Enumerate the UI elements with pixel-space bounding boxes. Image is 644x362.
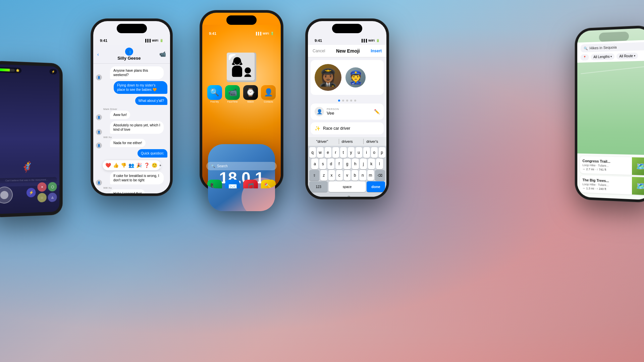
app-findmy[interactable]: 🔍 Find My bbox=[207, 85, 222, 103]
key-l[interactable]: l bbox=[376, 159, 383, 169]
key-p[interactable]: p bbox=[379, 147, 385, 158]
edit-person-button[interactable]: ✏️ bbox=[374, 109, 380, 115]
autocomplete-1[interactable]: "driver" bbox=[314, 139, 331, 144]
reaction-thumbs-down[interactable]: 👎 bbox=[121, 163, 126, 168]
mic-icon[interactable]: 🎤 bbox=[344, 195, 351, 197]
key-done[interactable]: done bbox=[367, 181, 385, 192]
key-space[interactable]: space bbox=[329, 181, 366, 192]
cancel-button[interactable]: Cancel bbox=[313, 49, 325, 53]
filter-location[interactable]: 📍 bbox=[581, 54, 589, 60]
emoji-main-avatar[interactable]: 👩🏾‍✈️ bbox=[315, 64, 341, 91]
app-mail[interactable]: ✉️ bbox=[225, 180, 240, 188]
search-icon-maps: 🔍 bbox=[584, 46, 588, 50]
app-phone[interactable]: 📞 bbox=[207, 180, 222, 188]
reaction-party[interactable]: 🎉 bbox=[136, 163, 142, 168]
maps-search-bar[interactable]: 🔍 Hikes in Sequoia bbox=[581, 42, 644, 52]
reaction-group[interactable]: 👥 bbox=[128, 163, 134, 168]
key-w[interactable]: w bbox=[317, 147, 324, 158]
autocomplete-3[interactable]: driver's bbox=[363, 139, 381, 144]
key-c[interactable]: c bbox=[336, 170, 343, 181]
app-facetime[interactable]: 📹 FaceTime bbox=[225, 85, 240, 103]
app-grid-row2: 📞 ✉️ 🎵 ✏️ bbox=[202, 180, 281, 188]
key-a[interactable]: a bbox=[311, 159, 318, 169]
reaction-more[interactable]: + bbox=[159, 162, 161, 169]
reaction-heart[interactable]: ❤️ bbox=[105, 163, 111, 168]
key-j[interactable]: j bbox=[360, 159, 367, 169]
trail-item-2[interactable]: The Big Trees... Loop Hike · Tulare... ↔… bbox=[580, 175, 644, 195]
spotlight-search[interactable]: 🔍 Search bbox=[206, 162, 277, 170]
game-btn-x[interactable]: ✕ bbox=[38, 182, 47, 192]
emoji-text-input[interactable]: Race car driver bbox=[323, 126, 380, 131]
dot-4[interactable] bbox=[350, 100, 352, 102]
reaction-thumbs-up[interactable]: 👍 bbox=[113, 163, 119, 168]
watch-icon: ⌚ bbox=[243, 85, 258, 100]
trail-item-1[interactable]: Congress Trail... Loop Hike · Tulare... … bbox=[580, 156, 644, 176]
emoji-input-container[interactable]: ✨ Race car driver bbox=[311, 122, 384, 134]
message-row-9: 👤 Haha I second that bbox=[96, 189, 167, 193]
key-s[interactable]: s bbox=[319, 159, 326, 169]
key-e[interactable]: e bbox=[325, 147, 331, 158]
app-contacts[interactable]: 👤 Contacts bbox=[261, 85, 276, 103]
status-icons-emoji: ▐▐▐ WiFi 🔋 bbox=[361, 39, 380, 42]
message-row-4: 👤 Aww fun! bbox=[96, 111, 167, 120]
key-r[interactable]: r bbox=[332, 147, 339, 158]
game-btn-y[interactable]: ◯ bbox=[48, 182, 57, 191]
key-o[interactable]: o bbox=[371, 147, 378, 158]
reaction-smile[interactable]: 🙂 bbox=[152, 163, 157, 168]
key-h[interactable]: h bbox=[352, 159, 359, 169]
key-v[interactable]: v bbox=[344, 170, 351, 181]
key-b[interactable]: b bbox=[352, 170, 358, 181]
game-btn-b[interactable]: △ bbox=[48, 192, 57, 202]
key-delete[interactable]: ⌫ bbox=[375, 170, 385, 181]
contacts-icon: 👤 bbox=[261, 85, 276, 100]
key-m[interactable]: m bbox=[367, 170, 374, 181]
group-info[interactable]: 👥 Silly Geese bbox=[117, 48, 141, 61]
app-music[interactable]: 🎵 bbox=[243, 180, 258, 188]
key-row-2: a s d f g h j k l bbox=[309, 159, 386, 169]
chevron-down-icon: ▾ bbox=[611, 55, 612, 58]
key-y[interactable]: y bbox=[348, 147, 355, 158]
reaction-bar[interactable]: ❤️ 👍 👎 👥 🎉 ❓ 🙂 + bbox=[103, 160, 161, 170]
key-g[interactable]: g bbox=[343, 159, 351, 169]
reaction-question[interactable]: ❓ bbox=[144, 163, 150, 168]
trail-info-2: The Big Trees... Loop Hike · Tulare... ↔… bbox=[580, 175, 632, 195]
emoji-secondary-avatar[interactable]: 👮 bbox=[345, 67, 366, 87]
key-k[interactable]: k bbox=[368, 159, 375, 169]
dot-3[interactable] bbox=[346, 100, 348, 102]
key-123[interactable]: 123 bbox=[309, 181, 328, 192]
dot-5[interactable] bbox=[354, 100, 356, 102]
dot-2[interactable] bbox=[342, 100, 344, 102]
key-z[interactable]: z bbox=[320, 170, 327, 181]
key-x[interactable]: x bbox=[328, 170, 335, 181]
filter-route[interactable]: All Route ▾ bbox=[616, 53, 638, 60]
battery-icon: 🔋 bbox=[160, 39, 163, 42]
key-t[interactable]: t bbox=[340, 147, 347, 158]
messages-header: ‹ 👥 Silly Geese 📹 bbox=[93, 45, 170, 64]
key-row-1: q w e r t y u i o p bbox=[309, 147, 386, 158]
autocomplete-2[interactable]: drivers bbox=[339, 139, 356, 144]
game-btn-a[interactable]: □ bbox=[38, 193, 47, 202]
back-button[interactable]: ‹ bbox=[97, 52, 99, 57]
key-shift[interactable]: ⇧ bbox=[309, 170, 319, 181]
emoji-pagination bbox=[308, 100, 386, 102]
app-notes[interactable]: ✏️ bbox=[261, 180, 276, 188]
map-road-2 bbox=[581, 66, 644, 74]
dot-1[interactable] bbox=[338, 100, 340, 102]
key-q[interactable]: q bbox=[309, 147, 316, 158]
key-u[interactable]: u bbox=[356, 147, 362, 158]
app-watch[interactable]: ⌚ Watch bbox=[243, 85, 258, 103]
insert-button[interactable]: Insert bbox=[371, 49, 382, 53]
key-i[interactable]: i bbox=[363, 147, 370, 158]
elevation-icon-1: ↑ bbox=[596, 168, 598, 171]
wifi-icon-lock: WiFi bbox=[263, 32, 269, 35]
key-d[interactable]: d bbox=[327, 159, 334, 169]
facetime-label: FaceTime bbox=[225, 101, 240, 103]
key-row-3: ⇧ z x c v b n m ⌫ bbox=[309, 170, 386, 181]
emoji-preview: 👩🏾‍✈️ 👮 bbox=[311, 60, 384, 95]
filter-length[interactable]: All Lengths ▾ bbox=[591, 53, 615, 60]
video-call-icon[interactable]: 📹 bbox=[159, 51, 166, 57]
game-joystick[interactable] bbox=[0, 186, 13, 204]
game-special-btn[interactable]: ⚡ bbox=[26, 188, 36, 197]
key-n[interactable]: n bbox=[359, 170, 366, 181]
key-f[interactable]: f bbox=[335, 159, 342, 169]
